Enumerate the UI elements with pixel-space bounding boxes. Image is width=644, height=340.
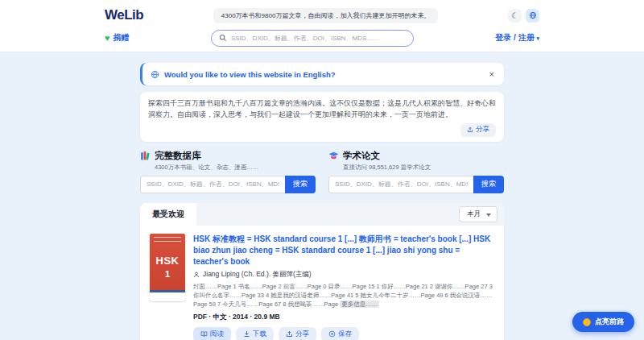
section-title: 学术论文	[343, 150, 380, 162]
share-button[interactable]: 分享	[279, 327, 316, 340]
language-notice-banner: Would you like to view this website in E…	[140, 63, 504, 85]
share-icon	[286, 330, 293, 338]
articles-search-input[interactable]	[328, 176, 473, 193]
intro-card: 探索四千三百万册书籍和九千八百万篇文章的浩瀚内涵。这不仅仅是数据；这是几代人积累…	[140, 92, 504, 142]
section-full-database: 完整数据库 4300万本书籍、论文、杂志、漫画…… 搜索	[140, 150, 316, 193]
plus-circle-icon	[328, 330, 336, 338]
save-button[interactable]: 保存	[321, 327, 359, 340]
tab-most-popular[interactable]: 最受欢迎	[140, 203, 196, 226]
graduation-cap-icon	[328, 151, 339, 161]
book-open-icon	[200, 330, 208, 338]
login-register-link[interactable]: 登录 / 注册 ▾	[495, 32, 539, 44]
book-cover[interactable]: HSK 1	[150, 234, 185, 301]
section-academic-articles: 学术论文 直接访问 98,551,629 篇学术论文 搜索	[328, 150, 504, 193]
close-icon[interactable]: ×	[488, 69, 496, 79]
moon-icon: ☾	[511, 11, 518, 20]
donate-label: 捐赠	[114, 32, 130, 44]
download-label: 下载	[253, 330, 266, 339]
database-search-input[interactable]	[140, 176, 285, 193]
save-label: 保存	[338, 330, 352, 339]
cover-decoration	[154, 237, 181, 242]
more-info-label[interactable]: 更多信息……	[340, 301, 379, 308]
intro-text: 探索四千三百万册书籍和九千八百万篇文章的浩瀚内涵。这不仅仅是数据；这是几代人积累…	[148, 98, 496, 121]
share-button[interactable]: 分享	[460, 123, 496, 137]
header: WeLib 4300万本书和9800万篇文章，自由阅读，加入我们共建更加开明的未…	[0, 0, 644, 52]
cover-number: 1	[150, 269, 185, 279]
globe-icon	[529, 11, 537, 19]
header-banner: 4300万本书和9800万篇文章，自由阅读，加入我们共建更加开明的未来。	[213, 8, 439, 23]
coin-icon	[583, 318, 591, 326]
section-subtitle: 直接访问 98,551,629 篇学术论文	[343, 164, 504, 172]
cover-title: HSK	[150, 255, 185, 267]
share-label: 分享	[295, 330, 309, 339]
download-icon	[243, 330, 250, 338]
rewards-floating-button[interactable]: 点亮前路	[572, 312, 634, 332]
magnifier-icon	[219, 34, 227, 42]
section-subtitle: 4300万本书籍、论文、杂志、漫画……	[155, 164, 316, 172]
book-snippet: 封面……Page 1 书名……Page 2 前言……Page 0 目录……Pag…	[193, 282, 494, 309]
share-label: 分享	[476, 125, 489, 135]
cover-decoration	[150, 292, 185, 301]
book-author[interactable]: Jiang Liping (Ch. Ed.). 姜丽萍(主编)	[203, 270, 312, 280]
login-label: 登录 / 注册	[495, 33, 534, 42]
site-logo[interactable]: WeLib	[105, 7, 143, 23]
database-search-button[interactable]: 搜索	[285, 176, 316, 193]
person-icon	[193, 272, 200, 278]
chevron-down-icon: ▾	[536, 35, 539, 41]
articles-search-button[interactable]: 搜索	[473, 176, 504, 193]
read-label: 阅读	[210, 330, 224, 339]
globe-icon	[151, 70, 159, 79]
theme-toggle-button[interactable]: ☾	[508, 9, 522, 23]
main-content: Would you like to view this website in E…	[140, 52, 504, 340]
period-select[interactable]: 本月	[459, 206, 497, 222]
book-meta: PDF · 中文 · 2014 · 20.9 MB	[193, 313, 494, 322]
header-search-input[interactable]	[231, 35, 406, 42]
language-notice-text[interactable]: Would you like to view this website in E…	[164, 70, 483, 79]
section-title: 完整数据库	[155, 150, 201, 162]
share-icon	[467, 126, 473, 133]
book-list-item: HSK 1 HSK 标准教程 = HSK standard course 1 […	[150, 234, 494, 340]
header-search[interactable]	[211, 30, 414, 47]
rewards-label: 点亮前路	[595, 317, 624, 327]
read-button[interactable]: 阅读	[193, 327, 231, 340]
download-button[interactable]: 下载	[236, 327, 274, 340]
books-icon	[140, 151, 151, 161]
book-title-link[interactable]: HSK 标准教程 = HSK standard course 1 [...] 教…	[193, 234, 494, 267]
popular-card: 最受欢迎 本月 HSK 1 HSK 标准教程 = HSK standard co…	[140, 203, 504, 340]
donate-link[interactable]: ♥ 捐赠	[105, 32, 130, 44]
language-button[interactable]	[526, 9, 539, 23]
heart-icon: ♥	[105, 33, 110, 43]
